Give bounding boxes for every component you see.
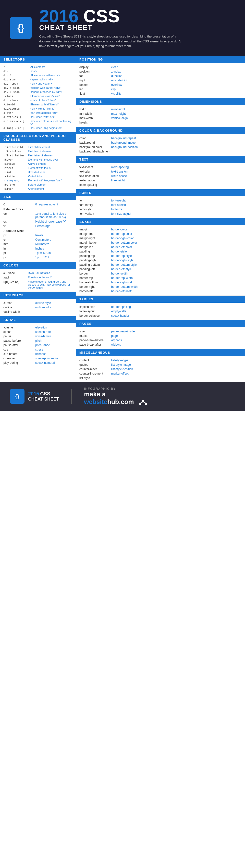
footer-year-css: 2015 CSS [28,391,59,397]
tables-body: caption-sideborder-spacing table-layoute… [76,303,245,320]
list-item: :visitedVisited links [3,174,72,179]
list-item: page-break-beforeorphans [80,338,160,342]
list-item: div, span<div> and <span> [3,82,72,86]
footer-subtitle: CHEAT SHEET [28,397,59,402]
list-item: rgb(0,25,55) Value of each of red, green… [3,280,72,289]
aural-body: volumeelevation speakspeech-rate pausevo… [0,323,76,367]
color-bg-section: COLOR & BACKGROUND colorbackground-repea… [76,127,245,156]
colors-section: COLORS #789abc RGB Hex Notation #acf Equ… [0,261,76,291]
list-item: mm Millimeters [3,242,72,246]
text-body: text-indentword-spacing text-aligntext-t… [76,163,245,189]
left-column: SELECTORS *All elements div<div> div *Al… [0,56,76,382]
list-item: bottomoverflow [80,83,160,87]
footer-css-label: CSS [40,391,50,396]
list-item [160,83,242,87]
pseudo-section: PSEUDO SELECTORS AND PSEUDO CLASSES :fir… [0,132,76,193]
list-item: colorbackground-repeat [80,136,160,141]
color-bg-header: COLOR & BACKGROUND [76,127,245,134]
list-item: div#itemid<div> with id "itemid" [3,106,72,111]
brand-text: make a [84,391,105,398]
tables-header: TABLES [76,296,245,303]
list-item: cue-afterspeak-punctuation [3,356,72,361]
list-item: fontfont-weight [80,198,160,203]
interface-header: INTERFACE [0,292,76,299]
list-item [160,74,242,78]
fonts-body: fontfont-weight font-familyfont-stretch … [76,196,245,218]
list-item: padding-rightborder-right-style [80,258,160,262]
selectors-header: SELECTORS [0,56,76,63]
list-item: pausevoice-family [3,334,72,339]
text-section: TEXT text-indentword-spacing text-alignt… [76,156,245,189]
list-item: pause-afterpitch-range [3,343,72,347]
list-item: div<div> [3,69,72,73]
size-header: SIZE [0,193,76,200]
list-item: border-collapsespeak-header [80,313,160,318]
list-item: list-style [80,376,160,380]
list-item: a[lang|='en']<a> when lang begins "en" [3,126,72,130]
list-item: div *All elements within <div> [3,73,72,78]
misc-body: contentlist-style-type quoteslist-style-… [76,356,245,382]
misc-section: MISCELLANEOUS contentlist-style-type quo… [76,349,245,382]
list-item: #789abc RGB Hex Notation [3,271,72,275]
list-item: #acf Equates to "#aaccff" [3,275,72,280]
interface-section: INTERFACE cursor outline-style outline o… [0,291,76,316]
list-item: margin-leftborder-left-color [80,245,160,249]
dimensions-section: DIMENSIONS widthmin-height min-widthmax-… [76,98,245,127]
absolute-sizes-label: Absolute Sizes [3,229,72,232]
fonts-section: FONTS fontfont-weight font-familyfont-st… [76,189,245,218]
list-item: counter-resetlist-style-position [80,367,160,371]
header: {} 2016 CSS CHEAT SHEET Cascading Style … [0,0,245,56]
list-item: cue-beforerichness [3,352,72,356]
css-label: CSS [83,6,120,26]
pages-header: PAGES [76,320,245,327]
list-item: *All elements [3,65,72,69]
brand-highlight: website [84,398,107,405]
list-item: pt 1pt = 1/72in [3,251,72,255]
list-item: sizepage-break-inside [80,329,160,334]
positioning-section: POSITIONING displayclear positionz-index… [76,56,245,98]
list-item: background-attachment [80,149,160,154]
list-item [160,87,242,91]
list-item: backgroundbackground-image [80,141,160,145]
list-item: cuestress [3,347,72,352]
list-item: text-aligntext-transform [80,169,160,174]
list-item: topdirection [80,74,160,78]
list-item: caption-sideborder-spacing [80,305,160,309]
list-item: pc 1pc = 12pt [3,255,72,259]
list-item: :focusElement with focus [3,166,72,170]
list-item: rightunicode-bidi [80,78,160,83]
list-item: px Pixels [3,233,72,238]
relative-sizes-label: Relative Sizes [3,208,72,211]
list-item: div.class<div> of class "class" [3,98,72,102]
list-item: background-colorbackground-position [80,145,160,149]
text-header: TEXT [76,156,245,163]
list-item: speakspeech-rate [3,330,72,334]
list-item: div + span<span> preceded by <div> [3,90,72,94]
list-item: quoteslist-style-image [80,363,160,367]
list-item: a[class~='x']<a> when class is a list co… [3,119,72,126]
aural-section: AURAL volumeelevation speakspeech-rate p… [0,316,76,367]
list-item: min-widthmax-height [80,112,160,116]
list-item: markspage [80,334,160,338]
list-item: padding-leftborder-left-style [80,267,160,271]
list-item: :first-lineFirst line of element [3,149,72,153]
color-bg-body: colorbackground-repeat backgroundbackgro… [76,134,245,156]
list-item: % Percentage [3,224,72,228]
svg-line-4 [143,402,146,403]
header-title-block: 2016 CSS CHEAT SHEET Cascading Style She… [39,7,235,49]
list-item: floatvisibility [80,91,160,96]
footer-divider [71,389,72,404]
list-item: pause-beforepitch [3,339,72,343]
network-icon [138,399,148,406]
list-item: contentlist-style-type [80,358,160,363]
pseudo-body: :first-childFirst child element :first-l… [0,143,76,193]
list-item: :first-childFirst child element [3,145,72,149]
positioning-body: displayclear positionz-index topdirectio… [76,63,245,98]
year-label: 2016 [39,6,79,26]
list-item: a[attr]<a> with attribute "attr" [3,111,72,115]
list-item: :lang(var)Element with language "var" [3,179,72,183]
list-item: max-widthvertical-align [80,116,160,120]
list-item: text-decorationwhite-space [80,174,160,178]
list-item [160,65,242,69]
list-item: table-layoutempty-cells [80,309,160,313]
